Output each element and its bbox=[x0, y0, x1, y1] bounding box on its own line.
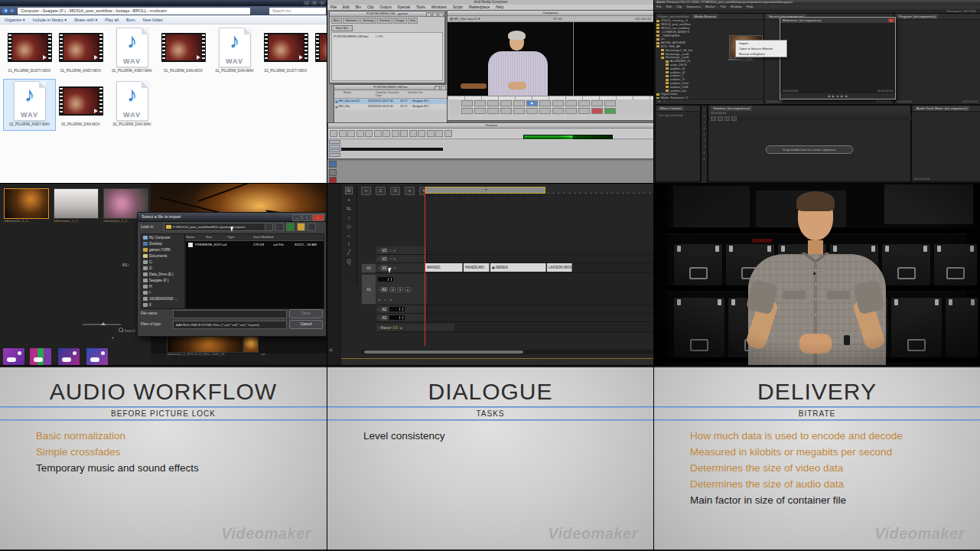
extract-button[interactable] bbox=[591, 108, 603, 114]
file-item[interactable]: ♪WAV 02_PILGRIM_ANDY.WAV bbox=[4, 80, 55, 130]
loaded-clip-label[interactable]: ▤ MV_00a new.01 ▾ bbox=[450, 16, 480, 21]
keyframe-display[interactable] bbox=[389, 307, 405, 311]
track-name[interactable]: A1 bbox=[380, 287, 388, 292]
splice-button[interactable] bbox=[604, 108, 616, 114]
source-viewer[interactable] bbox=[448, 22, 572, 96]
file-item[interactable]: ♪ 01_PILGRIM_ANDY.MOV bbox=[55, 26, 106, 77]
grid-icon[interactable]: ⊞ bbox=[329, 347, 333, 352]
minimize-icon[interactable]: — bbox=[304, 1, 310, 5]
sidebar-item[interactable]: D: bbox=[142, 265, 184, 271]
edit-button[interactable] bbox=[565, 108, 577, 114]
timeline-clip[interactable]: LAXSON.MOV bbox=[547, 263, 572, 272]
timeline-tool[interactable] bbox=[383, 130, 390, 137]
horizontal-scrollbar[interactable] bbox=[361, 350, 653, 354]
tab-program[interactable]: Program: (no sequences) bbox=[897, 14, 938, 19]
monitor-controls[interactable]: ◀▶■▶▶ bbox=[780, 93, 895, 99]
track-lane[interactable] bbox=[427, 255, 653, 262]
zoom-slider[interactable] bbox=[83, 324, 121, 325]
breadcrumb-segment[interactable]: Computer bbox=[21, 8, 42, 15]
open-button[interactable]: Open bbox=[289, 309, 323, 318]
file-item[interactable]: ♪ 02_PILGRIM_DAN.MOV bbox=[55, 80, 106, 130]
file-item[interactable]: ♪WAV 02_PILGRIM_DAN.WAV bbox=[106, 80, 158, 130]
transport-button[interactable] bbox=[604, 100, 616, 106]
track-lane[interactable] bbox=[427, 314, 653, 321]
window-controls[interactable]: — □ × bbox=[304, 1, 325, 5]
edit-button[interactable] bbox=[487, 108, 499, 114]
column-header[interactable]: Type bbox=[227, 234, 253, 240]
track-lane[interactable] bbox=[455, 324, 653, 331]
menu-item[interactable]: Bin bbox=[356, 5, 361, 10]
track-name[interactable]: V1 bbox=[380, 266, 388, 271]
transport-button[interactable] bbox=[565, 100, 577, 106]
scrollbar-thumb[interactable] bbox=[364, 350, 523, 354]
sidebar-item[interactable]: My Computer bbox=[142, 234, 184, 240]
track-header[interactable]: ▪A3 bbox=[376, 314, 427, 321]
transport-button[interactable] bbox=[513, 100, 525, 106]
file-item[interactable]: ♪ bbox=[311, 26, 327, 77]
timeline-tool[interactable] bbox=[374, 130, 382, 137]
back-button[interactable]: ◀ bbox=[2, 8, 8, 14]
tab-audio-mixer[interactable]: Audio Track Mixer: (no sequences) bbox=[914, 106, 969, 111]
sidebar-item[interactable]: K: bbox=[142, 302, 184, 308]
toolbar-button[interactable]: Play all bbox=[105, 18, 119, 22]
lock-icon[interactable]: ▪ bbox=[378, 316, 379, 320]
track-name[interactable]: V2 bbox=[380, 256, 388, 262]
menu-item[interactable]: File bbox=[330, 5, 337, 10]
record-viewer[interactable] bbox=[573, 22, 653, 96]
timeline-clip[interactable]: MANSIC bbox=[425, 263, 463, 272]
effect-preset[interactable] bbox=[30, 348, 51, 365]
keyframe-display[interactable] bbox=[378, 277, 393, 282]
files-of-type-dropdown[interactable]: AAF/EDL/XML/FCPXML Files (*.aaf *.edl *.… bbox=[173, 321, 287, 329]
transport-button[interactable] bbox=[461, 100, 473, 106]
timeline-tool[interactable] bbox=[357, 130, 364, 137]
file-row[interactable]: PREMIERE_EDIT.aaf 276 KB aaf File 8/22/2… bbox=[186, 241, 324, 248]
track-lane[interactable] bbox=[428, 274, 653, 305]
menu-item[interactable]: Script bbox=[453, 5, 463, 10]
timeline-tool[interactable] bbox=[365, 130, 373, 137]
dialog-title-bar[interactable]: Select a file to import — □ × bbox=[138, 213, 326, 222]
toolbar-icons[interactable] bbox=[329, 161, 337, 183]
sidebar-item[interactable]: I: bbox=[142, 289, 184, 295]
timeline-tool[interactable] bbox=[400, 130, 408, 137]
search-input[interactable]: Search mu bbox=[269, 8, 326, 15]
column-header[interactable]: Name bbox=[343, 91, 376, 97]
breadcrumb[interactable]: ComputerSeagate (F:)981514_post_workflow… bbox=[18, 8, 250, 15]
timeline-tool[interactable] bbox=[330, 130, 337, 137]
timeline-tool[interactable] bbox=[347, 130, 355, 137]
timeline-toolbar[interactable]: ⊹C⊡▾⚒ bbox=[361, 187, 429, 195]
lock-icon[interactable]: ▪ bbox=[378, 308, 379, 311]
edit-button[interactable] bbox=[461, 108, 473, 114]
transport-button[interactable] bbox=[474, 100, 486, 106]
timeline-tool[interactable] bbox=[444, 130, 452, 137]
column-header[interactable]: Size bbox=[206, 234, 227, 240]
column-header[interactable]: In-Out bbox=[415, 91, 423, 97]
breadcrumb-segment[interactable]: Seagate (F:) bbox=[43, 8, 69, 15]
column-header[interactable]: Date Modified bbox=[253, 234, 274, 240]
tab-effect-controls[interactable]: Effect Controls bbox=[658, 106, 684, 111]
timeline-clip[interactable]: KENDA bbox=[490, 263, 546, 272]
transport-button[interactable] bbox=[591, 100, 603, 106]
new-bin-button[interactable]: New Bin bbox=[331, 25, 353, 31]
toolbar-button[interactable]: Burn bbox=[126, 18, 135, 22]
toolbar-button[interactable]: Share with ▾ bbox=[74, 18, 97, 22]
sidebar-item[interactable]: C: bbox=[142, 259, 184, 265]
timeline-clip-thumbnail[interactable] bbox=[167, 335, 243, 353]
media-thumbnail[interactable] bbox=[4, 188, 49, 219]
file-item[interactable]: ♪ 01_PILGRIM_DAN.MOV bbox=[158, 26, 209, 77]
menu-item[interactable]: Output bbox=[380, 5, 392, 10]
breadcrumb-segment[interactable]: BROLL bbox=[133, 8, 149, 15]
tools-panel[interactable]: ⊞+⇆↕◇↔I╱Q bbox=[341, 185, 357, 286]
edit-button[interactable] bbox=[513, 108, 525, 114]
pan-controls[interactable]: ◀ ● ▶ bbox=[378, 298, 394, 302]
sidebar-item[interactable]: H: bbox=[142, 283, 184, 289]
play-button[interactable]: ▶ bbox=[526, 100, 538, 106]
work-area-bar[interactable]: ▾ bbox=[425, 187, 545, 194]
bin-item[interactable]: POSTWORKFLOW bin bbox=[334, 34, 368, 38]
menu-item[interactable]: Clip bbox=[367, 5, 374, 10]
edit-button[interactable] bbox=[526, 108, 538, 114]
master-gain-value[interactable]: 0.0 bbox=[392, 326, 397, 330]
sidebar-item[interactable]: Desktop bbox=[142, 240, 184, 246]
context-menu-item[interactable]: Import bbox=[736, 41, 786, 46]
bin-row[interactable]: ▤ MV_00a 9/20/2014 14:07:20 51:17 Seagat… bbox=[334, 104, 447, 109]
transport-button[interactable] bbox=[500, 100, 512, 106]
